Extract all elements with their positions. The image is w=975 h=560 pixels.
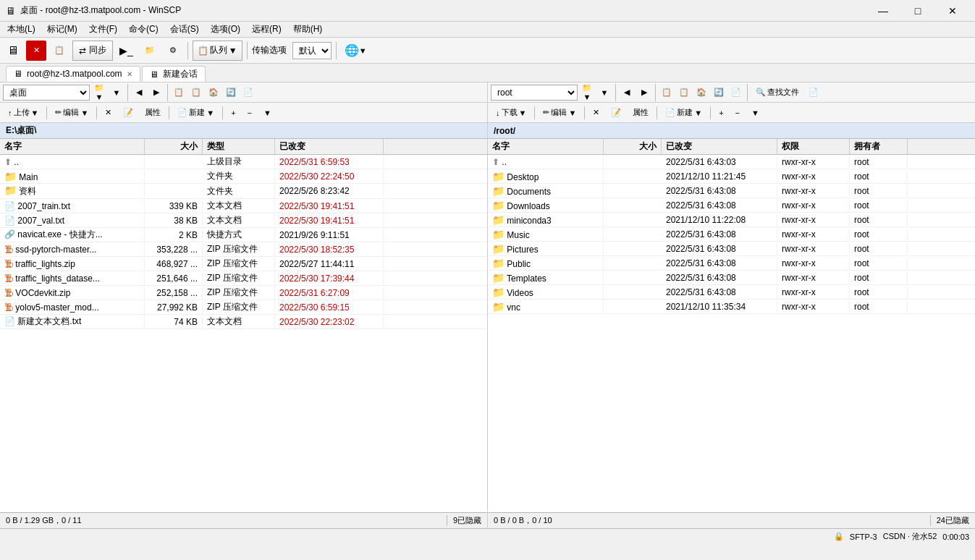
menu-options[interactable]: 选项(O) <box>206 22 245 37</box>
left-file-row-4[interactable]: 📄 2007_val.txt 38 KB 文本文档 2022/5/30 19:4… <box>0 213 487 228</box>
left-filter2-btn[interactable]: ▼ <box>258 105 277 121</box>
left-filter-btn[interactable]: ▼ <box>109 85 124 101</box>
left-file-changed-9: 2022/5/31 6:27:09 <box>275 287 384 299</box>
right-file-row-10[interactable]: 📁 vnc 2021/12/10 11:35:34 rwxr-xr-x root <box>488 300 975 314</box>
menu-file[interactable]: 文件(F) <box>85 22 122 37</box>
sync-button[interactable]: ⇄ 同步 <box>72 41 113 61</box>
right-download-btn[interactable]: ↓ 下载 ▼ <box>491 105 531 121</box>
left-forward-btn[interactable]: ▶ <box>148 85 164 101</box>
left-file-size-11: 74 KB <box>145 316 203 328</box>
left-file-row-3[interactable]: 📄 2007_train.txt 339 KB 文本文档 2022/5/30 1… <box>0 199 487 213</box>
session-tab-1[interactable]: 🖥 新建会话 <box>142 66 206 82</box>
toolbar-btn-3[interactable]: 📋 <box>49 41 69 61</box>
left-props-btn[interactable]: 属性 <box>140 105 166 121</box>
left-open-btn[interactable]: 📁▼ <box>91 85 107 101</box>
left-col-size[interactable]: 大小 <box>145 139 203 154</box>
left-paste-btn[interactable]: 📋 <box>188 85 204 101</box>
left-home-btn[interactable]: 🏠 <box>206 85 221 101</box>
right-col-perm[interactable]: 权限 <box>777 139 850 154</box>
session-tab-0[interactable]: 🖥 root@hz-t3.matpool.com ✕ <box>6 66 140 82</box>
menu-command[interactable]: 命令(C) <box>124 22 163 37</box>
maximize-button[interactable]: □ <box>901 0 934 22</box>
left-col-changed[interactable]: 已改变 <box>275 139 384 154</box>
right-extra-btn[interactable]: 📄 <box>728 85 744 101</box>
right-new-btn[interactable]: 📄 新建 ▼ <box>660 105 707 121</box>
left-upload-btn[interactable]: ↑ 上传 ▼ <box>3 105 43 121</box>
left-copy-btn[interactable]: 📋 <box>171 85 187 101</box>
right-file-row-9[interactable]: 📁 Videos 2022/5/31 6:43:08 rwxr-xr-x roo… <box>488 285 975 300</box>
toolbar-btn-5[interactable]: 📁 <box>140 41 160 61</box>
left-refresh-btn[interactable]: 🔄 <box>223 85 239 101</box>
right-file-row-4[interactable]: 📁 miniconda3 2021/12/10 11:22:08 rwxr-xr… <box>488 213 975 227</box>
left-file-row-9[interactable]: 🗜 VOCdevkit.zip 252,158 ... ZIP 压缩文件 202… <box>0 286 487 300</box>
left-file-row-7[interactable]: 🗜 traffic_lights.zip 468,927 ... ZIP 压缩文… <box>0 257 487 271</box>
toolbar-btn-1[interactable]: 🖥 <box>3 41 23 61</box>
right-minus-btn[interactable]: − <box>730 105 745 121</box>
left-file-row-0[interactable]: ⬆ .. 上级目录 2022/5/31 6:59:53 <box>0 155 487 169</box>
left-file-row-2[interactable]: 📁 资料 文件夹 2022/5/26 8:23:42 <box>0 184 487 199</box>
right-edit-btn[interactable]: ✏ 编辑 ▼ <box>538 105 581 121</box>
menu-mark[interactable]: 标记(M) <box>43 22 82 37</box>
close-button[interactable]: ✕ <box>936 0 969 22</box>
minimize-button[interactable]: — <box>866 0 900 22</box>
menu-help[interactable]: 帮助(H) <box>289 22 327 37</box>
right-file-row-6[interactable]: 📁 Pictures 2022/5/31 6:43:08 rwxr-xr-x r… <box>488 242 975 256</box>
right-file-row-1[interactable]: 📁 Desktop 2021/12/10 11:21:45 rwxr-xr-x … <box>488 169 975 184</box>
left-delete-btn[interactable]: ✕ <box>100 105 117 121</box>
right-file-list[interactable]: 名字 大小 已改变 权限 拥有者 ⬆ .. 2022/5/31 6:43:03 … <box>488 139 975 512</box>
right-back-btn[interactable]: ◀ <box>619 85 635 101</box>
right-rename-btn[interactable]: 📝 <box>606 105 626 121</box>
toolbar-btn-2[interactable]: ✕ <box>26 41 46 61</box>
left-path-combo[interactable]: 桌面 <box>3 85 90 101</box>
right-props-btn[interactable]: 属性 <box>628 105 654 121</box>
right-extra2-btn[interactable]: 📄 <box>806 85 822 101</box>
right-file-row-3[interactable]: 📁 Downloads 2022/5/31 6:43:08 rwxr-xr-x … <box>488 198 975 213</box>
toolbar-btn-globe[interactable]: 🌐 ▼ <box>341 41 371 61</box>
right-col-changed[interactable]: 已改变 <box>662 139 777 154</box>
left-file-row-10[interactable]: 🗜 yolov5-master_mod... 27,992 KB ZIP 压缩文… <box>0 300 487 315</box>
right-file-row-2[interactable]: 📁 Documents 2022/5/31 6:43:08 rwxr-xr-x … <box>488 184 975 198</box>
right-col-size[interactable]: 大小 <box>604 139 662 154</box>
left-file-row-8[interactable]: 🗜 traffic_lights_datase... 251,646 ... Z… <box>0 271 487 286</box>
right-copy-btn[interactable]: 📋 <box>659 85 675 101</box>
right-home-btn[interactable]: 🏠 <box>693 85 709 101</box>
right-filter-btn[interactable]: ▼ <box>596 85 612 101</box>
left-col-type[interactable]: 类型 <box>203 139 275 154</box>
left-file-row-6[interactable]: 🗜 ssd-pytorch-master... 353,228 ... ZIP … <box>0 242 487 257</box>
left-file-row-1[interactable]: 📁 Main 文件夹 2022/5/30 22:24:50 <box>0 169 487 184</box>
toolbar-btn-terminal[interactable]: ▶_ <box>116 41 137 61</box>
right-col-name[interactable]: 名字 <box>488 139 604 154</box>
left-rename-btn[interactable]: 📝 <box>118 105 138 121</box>
left-new-btn[interactable]: 📄 新建 ▼ <box>172 105 219 121</box>
right-paste-btn[interactable]: 📋 <box>676 85 692 101</box>
left-file-row-11[interactable]: 📄 新建文本文档.txt 74 KB 文本文档 2022/5/30 22:23:… <box>0 315 487 329</box>
left-file-list[interactable]: 名字 大小 类型 已改变 ⬆ .. 上级目录 2022/5/31 6:59:53… <box>0 139 487 512</box>
queue-button[interactable]: 📋 队列 ▼ <box>193 41 242 61</box>
right-open-btn[interactable]: 📁▼ <box>579 85 595 101</box>
right-forward-btn[interactable]: ▶ <box>636 85 652 101</box>
left-extra-btn[interactable]: 📄 <box>240 85 256 101</box>
left-file-row-5[interactable]: 🔗 navicat.exe - 快捷方... 2 KB 快捷方式 2021/9/… <box>0 228 487 242</box>
left-col-name[interactable]: 名字 <box>0 139 145 154</box>
right-col-owner[interactable]: 拥有者 <box>850 139 908 154</box>
right-refresh-btn[interactable]: 🔄 <box>711 85 727 101</box>
right-file-row-7[interactable]: 📁 Public 2022/5/31 6:43:08 rwxr-xr-x roo… <box>488 256 975 271</box>
right-delete-btn[interactable]: ✕ <box>588 105 604 121</box>
left-minus-btn[interactable]: − <box>242 105 257 121</box>
menu-local[interactable]: 本地(L) <box>3 22 40 37</box>
right-file-row-0[interactable]: ⬆ .. 2022/5/31 6:43:03 rwxr-xr-x root <box>488 155 975 169</box>
menu-remote[interactable]: 远程(R) <box>248 22 286 37</box>
right-file-row-5[interactable]: 📁 Music 2022/5/31 6:43:08 rwxr-xr-x root <box>488 227 975 242</box>
toolbar-btn-6[interactable]: ⚙ <box>163 41 183 61</box>
left-plus-btn[interactable]: + <box>226 105 240 121</box>
session-tab-close-0[interactable]: ✕ <box>127 70 132 78</box>
right-file-row-8[interactable]: 📁 Templates 2022/5/31 6:43:08 rwxr-xr-x … <box>488 271 975 285</box>
right-filter2-btn[interactable]: ▼ <box>746 105 764 121</box>
find-file-btn[interactable]: 🔍 查找文件 <box>751 85 804 101</box>
right-path-combo[interactable]: root <box>491 85 578 101</box>
right-plus-btn[interactable]: + <box>714 105 728 121</box>
menu-session[interactable]: 会话(S) <box>166 22 203 37</box>
transfer-mode-select[interactable]: 默认 <box>292 42 332 59</box>
left-back-btn[interactable]: ◀ <box>131 85 147 101</box>
left-edit-btn[interactable]: ✏ 编辑 ▼ <box>50 105 93 121</box>
